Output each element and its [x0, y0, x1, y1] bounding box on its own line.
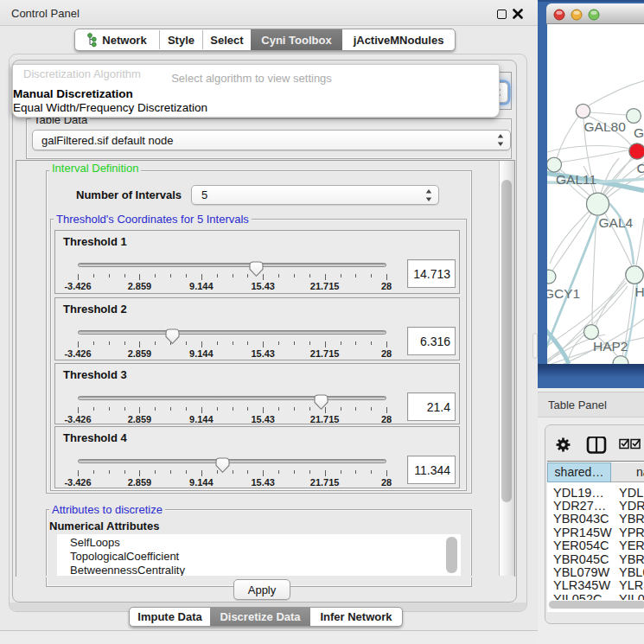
svg-text:GAL11: GAL11 [556, 172, 596, 187]
svg-text:GAL4: GAL4 [599, 215, 634, 230]
svg-text:HAP2: HAP2 [593, 339, 628, 354]
svg-text:GAL80: GAL80 [584, 119, 627, 134]
svg-text:GCY1: GCY1 [547, 286, 580, 301]
svg-text:GA: GA [634, 125, 644, 140]
svg-text:HI: HI [635, 284, 644, 299]
svg-text:C: C [637, 161, 644, 175]
